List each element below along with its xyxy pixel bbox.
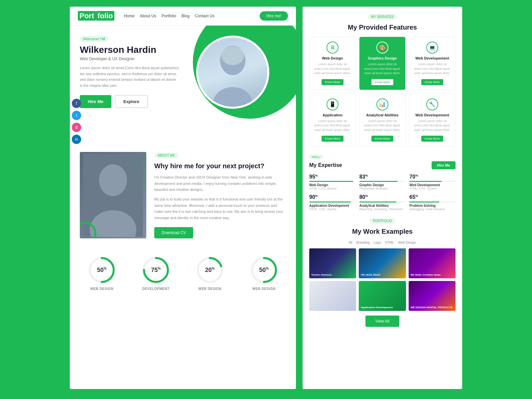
- explore-button[interactable]: Explore: [115, 95, 148, 108]
- services-grid: 🖥 Web Design Lorem ipsum dolor sit amet,…: [309, 37, 456, 147]
- skill-app-name: Application Development: [309, 204, 355, 207]
- skill-analytical-name: Analytical Abilities: [359, 204, 406, 207]
- graphics-know-more[interactable]: Know More: [371, 79, 393, 85]
- portfolio-grid: Tonnie Johnson I'M JACK RAXY We Make Cre…: [309, 248, 456, 311]
- skill-problem-pct: 65%: [409, 194, 456, 200]
- skill-app-tech: HTML, CSS, JQuery: [309, 207, 355, 211]
- nav-hire-button[interactable]: Hire me!: [260, 11, 288, 21]
- skill-web-dev: 70% Web Developement HTML, CSS, JQuery: [409, 174, 456, 190]
- portfolio-tabs: All Branding Logo HTML Web Design: [309, 241, 456, 244]
- svg-point-1: [213, 87, 253, 107]
- skill-analytical-pct: 80%: [359, 194, 406, 200]
- skill-graphic-design: 83% Graphic Design Photoshop, Illustrato…: [359, 174, 406, 190]
- about-badge: ABOUT ME: [154, 153, 178, 158]
- hire-me-button[interactable]: Hire Me: [80, 95, 111, 108]
- skill-problem-tech: Debugging, Code Reviews: [409, 207, 456, 211]
- social-bar: f t d in: [72, 99, 81, 144]
- about-photo: [80, 152, 146, 238]
- facebook-icon[interactable]: f: [72, 99, 81, 108]
- analytical-icon: 📊: [376, 98, 388, 110]
- hero-buttons: Hire Me Explore: [80, 95, 180, 108]
- skill-web-dev-pct: 70%: [409, 174, 456, 180]
- svg-point-3: [221, 47, 244, 65]
- app-know-more[interactable]: Know More: [322, 136, 343, 142]
- hero-subtitle: Web Developer & UX Designer: [80, 57, 180, 61]
- services-title: My Provided Features: [309, 24, 456, 31]
- service-web-design-title: Web Design: [313, 56, 352, 60]
- web-dev-2-know-more[interactable]: Know More: [421, 136, 443, 142]
- skill-problem-name: Problem Solving: [409, 204, 456, 207]
- person-svg: [206, 37, 259, 107]
- stat-label-50: 50%: [97, 267, 107, 274]
- portfolio-item-3[interactable]: We Make Creative Ideas: [409, 248, 456, 278]
- stat-label-20: 20%: [205, 267, 215, 274]
- portfolio-item-6[interactable]: WE DESIGN DIGITAL PRODUCTS: [409, 281, 456, 311]
- portfolio-badge-wrap: PORTFOLIO: [309, 217, 456, 226]
- stat-circle-20: 20%: [195, 255, 225, 285]
- skill-web-design-tech: HTML, CSS, JQuery: [309, 187, 355, 190]
- about-para-2: My job is to build your website so that …: [154, 196, 286, 221]
- portfolio-item-1[interactable]: Tonnie Johnson: [309, 248, 356, 278]
- hero-content: Welcome! I'M Wilkerson Hardin Web Develo…: [80, 36, 180, 108]
- stat-name-web-design-3: WEB DESIGN: [252, 287, 275, 291]
- dribbble-icon[interactable]: d: [72, 123, 81, 132]
- service-app-desc: Lorem ipsum dolor sit amet,Cons rltra li…: [313, 119, 352, 133]
- service-graphics-title: Graphics Design: [363, 56, 402, 60]
- stat-web-design-1: 50% WEB DESIGN: [87, 255, 117, 291]
- app-icon: 📱: [327, 98, 338, 110]
- about-para-1: I'm Creative Director and UI/UX Designer…: [154, 174, 286, 193]
- portfolio-label-2: I'M JACK RAXY: [361, 273, 380, 276]
- nav-contact[interactable]: Contact Us: [195, 14, 214, 18]
- web-design-know-more[interactable]: Know More: [322, 79, 343, 85]
- analytical-know-more[interactable]: Know More: [371, 136, 393, 142]
- stat-name-development: DEVELOPMENT: [142, 287, 170, 291]
- tab-branding[interactable]: Branding: [356, 241, 370, 244]
- logo: Portfolio: [78, 12, 114, 20]
- nav-about[interactable]: About Us: [140, 14, 156, 18]
- portfolio-item-5[interactable]: Application Development: [359, 281, 406, 311]
- stat-web-design-3: 50% WEB DESIGN: [249, 255, 279, 291]
- hero-name: Wilkerson Hardin: [80, 45, 180, 55]
- tab-web-design[interactable]: Web Design: [398, 241, 416, 244]
- service-web-design: 🖥 Web Design Lorem ipsum dolor sit amet,…: [309, 37, 356, 90]
- portfolio-badge: PORTFOLIO: [369, 218, 395, 224]
- service-web-dev-2-desc: Lorem ipsum dolor sit amet,Cons rltra li…: [413, 119, 452, 133]
- nav-portfolio[interactable]: Portfolio: [162, 14, 176, 18]
- portfolio-title: My Work Examples: [309, 228, 456, 235]
- skill-web-dev-tech: HTML, CSS, JQuery: [409, 187, 456, 190]
- skills-hire-button[interactable]: Hire Me: [432, 161, 456, 169]
- tab-all[interactable]: All: [349, 241, 352, 244]
- dot-pattern: [130, 155, 146, 189]
- portfolio-label-3: We Make Creative Ideas: [411, 273, 441, 276]
- skill-graphic-tech: Photoshop, Illustrator: [359, 187, 406, 190]
- tab-html[interactable]: HTML: [385, 241, 394, 244]
- tab-logo[interactable]: Logo: [374, 241, 381, 244]
- services-badge-wrap: MY SERVICES: [309, 13, 456, 22]
- view-all-button[interactable]: View All: [365, 316, 399, 327]
- portfolio-label-6: WE DESIGN DIGITAL PRODUCTS: [411, 306, 453, 309]
- skill-graphic-pct: 83%: [359, 174, 406, 180]
- portfolio-item-2[interactable]: I'M JACK RAXY: [359, 248, 406, 278]
- nav-home[interactable]: Home: [124, 14, 134, 18]
- stat-web-design-2: 20% WEB DESIGN: [195, 255, 225, 291]
- service-application: 📱 Application Lorem ipsum dolor sit amet…: [309, 93, 356, 147]
- linkedin-icon[interactable]: in: [72, 135, 81, 144]
- download-cv-button[interactable]: Download CV: [154, 227, 193, 238]
- service-web-dev-2-title: Web Developement: [413, 113, 452, 117]
- service-graphics-design: 🎨 Graphics Design Lorem ipsum dolor sit …: [359, 37, 406, 90]
- skills-title: My Expertise: [309, 162, 342, 168]
- web-dev-know-more[interactable]: Know More: [421, 79, 443, 85]
- hero-description: Lorem ipsum dolor sit amet,Cons rltra li…: [80, 65, 180, 88]
- nav-links: Home About Us Portfolio Blog Contact Us: [124, 14, 253, 18]
- twitter-icon[interactable]: t: [72, 111, 81, 120]
- about-content: ABOUT ME Why hire me for your next proje…: [154, 152, 286, 238]
- skills-badge: SKILL: [309, 155, 323, 159]
- stat-name-web-design-2: WEB DESIGN: [199, 287, 221, 291]
- web-dev-icon: 💻: [426, 42, 438, 54]
- svg-point-5: [99, 164, 127, 196]
- nav-blog[interactable]: Blog: [182, 14, 190, 18]
- skill-app-pct: 90%: [309, 194, 355, 200]
- service-web-dev-2: 🔧 Web Developement Lorem ipsum dolor sit…: [409, 93, 456, 147]
- hero-photo: [196, 36, 269, 109]
- portfolio-item-4[interactable]: [309, 281, 356, 311]
